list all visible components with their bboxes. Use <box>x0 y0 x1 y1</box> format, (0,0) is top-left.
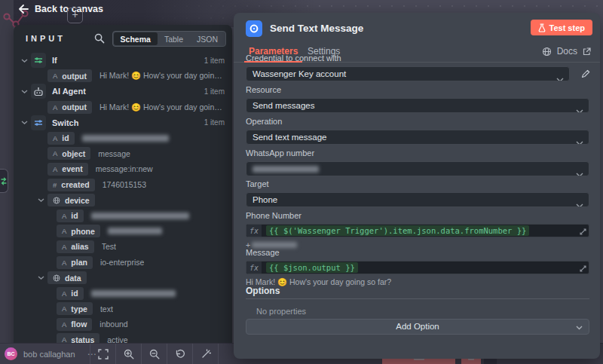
field-key-badge[interactable]: Aid <box>47 132 75 145</box>
schema-row[interactable]: AoutputHi Mark! 😊 How's your day going s… <box>14 99 232 115</box>
undo-button[interactable] <box>167 344 192 364</box>
field-value: Test <box>102 242 116 251</box>
fit-view-button[interactable] <box>90 344 115 364</box>
expand-expression-icon[interactable] <box>580 265 586 272</box>
expression-input[interactable]: fx{{ $('Wassenger Trigger').item.json.da… <box>246 224 589 237</box>
tab-schema[interactable]: Schema <box>114 32 158 45</box>
chevron-down-icon[interactable] <box>36 197 46 203</box>
schema-row[interactable]: Switch1 item <box>14 115 232 130</box>
parameter-select[interactable] <box>246 161 589 176</box>
schema-row[interactable]: Aid <box>14 286 232 301</box>
parameter-label: WhatsApp number <box>246 148 589 158</box>
schema-row[interactable]: AI Agent1 item <box>14 84 232 99</box>
fx-badge: fx <box>246 225 262 237</box>
schema-row[interactable]: Aobjectmessage <box>14 146 232 162</box>
zoom-in-button[interactable] <box>116 344 141 364</box>
user-avatar[interactable]: BC <box>5 347 17 360</box>
chevron-down-icon <box>576 167 583 176</box>
chevron-down-icon <box>576 136 583 145</box>
schema-row[interactable]: AaliasTest <box>14 239 232 255</box>
back-to-canvas-button[interactable]: Back to canvas <box>18 4 103 14</box>
field-key: plan <box>71 258 87 267</box>
input-panel-title: INPUT <box>26 34 66 43</box>
parameter-select[interactable]: Phone <box>246 192 589 207</box>
expression-code-wrap[interactable]: {{ $json.output }} <box>262 262 589 274</box>
type-letter: A <box>53 149 57 158</box>
expression-code-wrap[interactable]: {{ $('Wassenger Trigger').item.json.data… <box>262 225 589 237</box>
node-detail-view: Send Text Message Test step Parameters S… <box>234 13 600 359</box>
user-name: bob callaghan <box>23 350 75 359</box>
chevron-down-icon[interactable] <box>20 120 29 125</box>
field-key-badge[interactable]: Aphone <box>57 225 100 237</box>
options-empty-text: No properties <box>256 307 306 316</box>
field-key-badge[interactable]: #created <box>47 179 95 191</box>
field-value: inbound <box>99 320 127 329</box>
schema-row[interactable]: Aflowinbound <box>14 317 232 332</box>
chevron-down-icon[interactable] <box>36 275 46 280</box>
add-node-button[interactable]: + <box>67 8 83 23</box>
item-count: 1 item <box>204 57 225 65</box>
type-letter: A <box>53 103 57 112</box>
field-value: io-enterprise <box>100 258 144 267</box>
field-value: message <box>98 149 130 158</box>
tidy-up-icon <box>200 349 211 359</box>
object-icon <box>53 197 60 204</box>
parameter-select[interactable]: Wassenger Key account <box>246 66 570 81</box>
parameter-select[interactable]: Send messages <box>246 98 589 113</box>
schema-row[interactable]: Aplanio-enterprise <box>14 255 232 271</box>
schema-row[interactable]: Aid <box>14 208 232 224</box>
schema-row[interactable]: #created1746015153 <box>14 177 232 193</box>
field-key-badge[interactable]: Aoutput <box>47 101 92 114</box>
field-key-badge[interactable]: Aevent <box>47 163 88 176</box>
field-key-badge[interactable]: Atype <box>57 302 93 315</box>
chevron-down-icon[interactable] <box>20 89 29 94</box>
tab-json[interactable]: JSON <box>190 32 225 45</box>
canvas-toolbar <box>90 344 219 364</box>
field-key-badge[interactable]: Aalias <box>57 240 94 253</box>
expand-expression-icon[interactable] <box>580 228 586 235</box>
field-key-badge[interactable]: Aplan <box>57 256 93 269</box>
field-key-badge[interactable]: Aflow <box>57 318 92 331</box>
blurred-value <box>253 166 319 173</box>
zoom-out-button[interactable] <box>142 344 167 364</box>
schema-row[interactable]: If1 item <box>14 53 232 69</box>
search-icon[interactable] <box>94 33 105 44</box>
collapsed-node-handle[interactable] <box>0 169 8 193</box>
schema-tree: If1 itemAoutputHi Mark! 😊 How's your day… <box>14 52 232 356</box>
parameter-field: Phone Numberfx{{ $('Wassenger Trigger').… <box>246 211 589 249</box>
parameter-label: Target <box>246 179 589 188</box>
add-option-button[interactable]: Add Option <box>246 319 589 335</box>
preview-text: Hi Mark! 😊 How's your day going so far? <box>246 277 391 287</box>
field-key-badge[interactable]: Aoutput <box>47 69 92 82</box>
tab-table[interactable]: Table <box>158 32 190 45</box>
schema-row[interactable]: AoutputHi Mark! 😊 How's your day going s… <box>14 69 232 84</box>
field-key-badge[interactable]: Aid <box>57 287 84 300</box>
field-key-badge[interactable]: Aobject <box>47 147 90 160</box>
chevron-down-icon[interactable] <box>20 58 29 63</box>
schema-row[interactable]: Atypetext <box>14 301 232 317</box>
schema-row[interactable]: Aid <box>14 130 232 146</box>
item-count: 1 item <box>204 118 225 127</box>
select-value: Wassenger Key account <box>253 69 346 78</box>
type-letter: A <box>62 243 66 251</box>
object-key-badge[interactable]: device <box>47 194 95 206</box>
blurred-value <box>108 228 162 234</box>
if-icon <box>31 53 46 68</box>
expression-input[interactable]: fx{{ $json.output }} <box>246 261 589 274</box>
tidy-up-button[interactable] <box>193 344 218 364</box>
select-value: Send messages <box>253 101 314 110</box>
node-label: Switch <box>52 118 78 127</box>
field-key-badge[interactable]: Aid <box>57 210 84 222</box>
parameter-select[interactable]: Send text message <box>246 130 589 145</box>
type-letter: A <box>62 289 66 298</box>
schema-row[interactable]: Aeventmessage:in:new <box>14 161 232 177</box>
edit-credential-icon[interactable] <box>581 68 591 81</box>
parameter-label: Credential to connect with <box>246 54 589 63</box>
object-key-badge[interactable]: data <box>47 271 87 284</box>
schema-row[interactable]: data <box>14 270 232 286</box>
field-value: 1746015153 <box>103 180 146 189</box>
parameter-field: ResourceSend messages <box>246 85 589 113</box>
display-mode-tabs: SchemaTableJSON <box>112 31 226 47</box>
schema-row[interactable]: Aphone <box>14 224 232 240</box>
schema-row[interactable]: device <box>14 192 232 208</box>
